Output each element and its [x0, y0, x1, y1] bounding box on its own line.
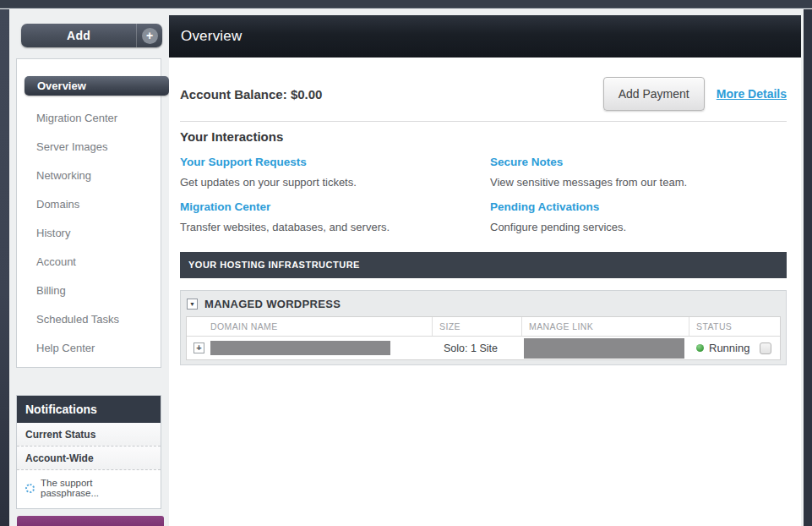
account-balance-label: Account Balance:	[180, 87, 287, 101]
secure-notes-link[interactable]: Secure Notes	[490, 156, 563, 168]
sidebar-item-networking[interactable]: Networking	[17, 162, 161, 190]
managed-wordpress-table: DOMAIN NAME SIZE MANAGE LINK STATUS + So…	[186, 316, 781, 360]
pending-activations-link[interactable]: Pending Activations	[490, 200, 599, 213]
sidebar-item-history[interactable]: History	[17, 219, 161, 248]
sidebar-item-account[interactable]: Account	[17, 248, 161, 277]
hosting-infrastructure-bar: YOUR HOSTING INFRASTRUCTURE	[180, 252, 787, 278]
add-button[interactable]: Add +	[21, 24, 162, 47]
notifications-title: Notifications	[17, 396, 161, 423]
page-right-edge	[804, 9, 812, 526]
main-content: Account Balance: $0.00 Add Payment More …	[169, 58, 801, 526]
notification-item[interactable]: The support passphrase...	[17, 470, 161, 508]
promo-banner[interactable]	[17, 516, 164, 526]
pending-activations-description: Configure pending services.	[490, 221, 787, 233]
interactions-title: Your Interactions	[180, 129, 787, 144]
column-header-status: STATUS	[689, 317, 780, 336]
column-header-domain-name: DOMAIN NAME	[187, 317, 433, 336]
table-row: + Solo: 1 Site Running	[187, 337, 780, 359]
expand-row-icon[interactable]: +	[193, 342, 204, 353]
status-running-icon	[696, 344, 704, 352]
browser-top-bar	[0, 0, 812, 8]
managed-wordpress-title: MANAGED WORDPRESS	[204, 298, 341, 310]
migration-center-description: Transfer websites, databases, and server…	[180, 221, 490, 233]
domain-name-redacted[interactable]	[210, 341, 390, 355]
size-value: Solo: 1 Site	[439, 342, 498, 354]
add-button-label: Add	[21, 24, 136, 47]
account-balance-value: $0.00	[291, 87, 323, 101]
column-header-size: SIZE	[433, 317, 522, 336]
sidebar-item-server-images[interactable]: Server Images	[17, 133, 161, 162]
page-left-edge	[0, 9, 9, 526]
sidebar-item-migration-center[interactable]: Migration Center	[17, 104, 161, 133]
notifications-section-current-status[interactable]: Current Status	[17, 423, 161, 447]
secure-notes-description: View sensitive messages from our team.	[490, 176, 787, 189]
interaction-support-requests: Your Support Requests Get updates on you…	[180, 154, 490, 189]
managed-wordpress-header[interactable]: ▼ MANAGED WORDPRESS	[186, 295, 781, 316]
divider	[180, 121, 787, 122]
notifications-section-account-wide[interactable]: Account-Wide	[17, 447, 161, 470]
managed-wordpress-panel: ▼ MANAGED WORDPRESS DOMAIN NAME SIZE MAN…	[180, 290, 787, 365]
column-header-manage-link: MANAGE LINK	[522, 317, 689, 336]
interaction-secure-notes: Secure Notes View sensitive messages fro…	[490, 154, 787, 189]
sidebar-item-scheduled-tasks[interactable]: Scheduled Tasks	[17, 305, 161, 334]
add-payment-button[interactable]: Add Payment	[603, 77, 705, 111]
manage-link-redacted[interactable]	[524, 338, 684, 359]
account-balance: Account Balance: $0.00	[180, 87, 322, 101]
support-requests-link[interactable]: Your Support Requests	[180, 156, 307, 168]
notification-message: The support passphrase...	[41, 478, 152, 498]
interaction-migration-center: Migration Center Transfer websites, data…	[180, 199, 490, 233]
support-requests-description: Get updates on your support tickets.	[180, 176, 490, 189]
loading-spinner-icon	[25, 484, 35, 493]
sidebar-item-domains[interactable]: Domains	[17, 190, 161, 219]
collapse-toggle-icon[interactable]: ▼	[187, 299, 198, 310]
interaction-pending-activations: Pending Activations Configure pending se…	[490, 199, 787, 233]
sidebar-nav: Overview Migration Center Server Images …	[16, 58, 161, 368]
plus-icon: +	[142, 28, 158, 44]
interactions-grid: Your Support Requests Get updates on you…	[180, 144, 787, 233]
add-dropdown-button[interactable]: +	[136, 24, 162, 47]
row-checkbox[interactable]	[760, 342, 771, 354]
status-value: Running	[709, 342, 749, 354]
sidebar-item-overview[interactable]: Overview	[25, 76, 169, 96]
sidebar-item-help-center[interactable]: Help Center	[17, 334, 161, 363]
page-title: Overview	[169, 15, 801, 58]
more-details-link[interactable]: More Details	[717, 87, 787, 101]
account-balance-row: Account Balance: $0.00 Add Payment More …	[180, 75, 787, 112]
table-header-row: DOMAIN NAME SIZE MANAGE LINK STATUS	[187, 317, 780, 337]
sidebar-item-billing[interactable]: Billing	[17, 277, 161, 305]
migration-center-link[interactable]: Migration Center	[180, 200, 270, 213]
notifications-panel: Notifications Current Status Account-Wid…	[16, 395, 161, 509]
